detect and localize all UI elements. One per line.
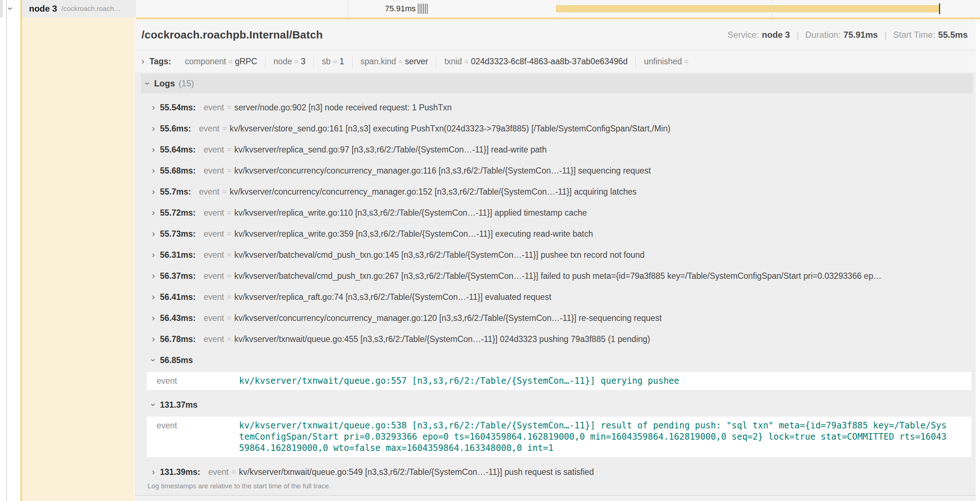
log-field-value: server/node.go:902 [n3] node received re… bbox=[234, 103, 452, 113]
log-field-name: event bbox=[204, 292, 224, 302]
duration-value: 75.91ms bbox=[844, 30, 878, 40]
log-field-name: event bbox=[204, 208, 224, 218]
span-log-marker bbox=[427, 4, 428, 14]
tag-equals-sign: = bbox=[333, 57, 337, 66]
tag-key: component bbox=[185, 57, 226, 66]
log-field-name: event bbox=[204, 145, 224, 155]
log-field-value: kv/kvserver/replica_write.go:110 [n3,s3,… bbox=[234, 208, 587, 218]
log-row[interactable]: › 55.72ms: event = kv/kvserver/replica_w… bbox=[141, 202, 973, 223]
chevron-right-icon: › bbox=[152, 229, 155, 239]
log-row[interactable]: › 56.43ms: event = kv/kvserver/concurren… bbox=[141, 308, 973, 329]
log-timestamp: 55.72ms: bbox=[160, 208, 196, 218]
log-timestamp: 56.43ms: bbox=[160, 313, 196, 323]
tag-value: 3 bbox=[301, 57, 306, 66]
span-row-collapse-icon[interactable]: › bbox=[5, 7, 16, 10]
log-field-value: kv/kvserver/replica_write.go:359 [n3,s3,… bbox=[234, 229, 593, 239]
log-equals-sign: = bbox=[227, 166, 231, 175]
chevron-down-icon: › bbox=[148, 359, 159, 362]
log-field-value: kv/kvserver/store_send.go:161 [n3,s3] ex… bbox=[229, 124, 670, 134]
span-meta: Service: node 3 | Duration: 75.91ms | St… bbox=[727, 30, 968, 40]
tag-item[interactable]: component=gRPC bbox=[177, 55, 265, 68]
logs-header[interactable]: › Logs (15) bbox=[141, 74, 973, 93]
tag-key: sb bbox=[322, 57, 331, 66]
chevron-right-icon: › bbox=[152, 271, 155, 281]
log-row[interactable]: › 131.39ms: event = kv/kvserver/txnwait/… bbox=[141, 461, 973, 478]
log-row[interactable]: › 55.68ms: event = kv/kvserver/concurren… bbox=[141, 160, 973, 181]
tag-item[interactable]: unfinished= bbox=[635, 55, 698, 68]
log-row[interactable]: › 55.54ms: event = server/node.go:902 [n… bbox=[141, 97, 973, 118]
chevron-right-icon: › bbox=[152, 187, 155, 197]
chevron-right-icon: › bbox=[142, 56, 144, 67]
expanded-row-name-column bbox=[22, 18, 135, 501]
log-row[interactable]: › 56.85ms bbox=[141, 349, 973, 371]
log-field-name: event bbox=[199, 124, 220, 134]
timeline-row[interactable]: 75.91ms bbox=[136, 0, 980, 18]
log-timestamp: 55.54ms: bbox=[160, 103, 196, 113]
chevron-down-icon: › bbox=[148, 403, 159, 406]
log-row[interactable]: › 56.41ms: event = kv/kvserver/replica_r… bbox=[141, 286, 973, 308]
logs-section: › Logs (15) › 55.54ms: event = server/no… bbox=[141, 74, 973, 495]
span-log-marker bbox=[418, 4, 418, 14]
log-field-name: event bbox=[204, 229, 224, 239]
log-equals-sign: = bbox=[227, 314, 231, 322]
tag-key: txnid bbox=[444, 57, 462, 66]
tag-key: span.kind bbox=[361, 57, 396, 66]
log-equals-sign: = bbox=[227, 103, 231, 112]
tag-equals-sign: = bbox=[294, 57, 299, 66]
span-log-marker bbox=[422, 4, 422, 14]
tag-equals-sign: = bbox=[228, 57, 232, 66]
chevron-right-icon: › bbox=[152, 313, 155, 323]
start-time-label: Start Time: bbox=[893, 30, 935, 40]
span-row-name-cell[interactable]: node 3 /cockroach.roach… bbox=[20, 0, 136, 18]
log-timestamp: 55.64ms: bbox=[160, 145, 196, 155]
log-row[interactable]: › 55.7ms: event = kv/kvserver/concurrenc… bbox=[141, 181, 973, 202]
log-field-value: kv/kvserver/txnwait/queue.go:557 [n3,s3,… bbox=[239, 375, 950, 387]
span-accent-bar bbox=[20, 0, 22, 501]
log-field-name: event bbox=[204, 313, 224, 323]
log-timestamp: 55.6ms: bbox=[160, 124, 191, 134]
duration-label: Duration: bbox=[805, 30, 840, 40]
log-row[interactable]: › 56.37ms: event = kv/kvserver/batcheval… bbox=[141, 265, 973, 286]
log-row[interactable]: › 56.31ms: event = kv/kvserver/batcheval… bbox=[141, 244, 973, 265]
log-timestamp: 55.73ms: bbox=[160, 229, 196, 239]
log-row[interactable]: › 55.73ms: event = kv/kvserver/replica_w… bbox=[141, 223, 973, 244]
log-row[interactable]: › 55.6ms: event = kv/kvserver/store_send… bbox=[141, 118, 973, 139]
span-bar[interactable] bbox=[556, 5, 940, 12]
tag-equals-sign: = bbox=[684, 57, 688, 66]
left-rail-block bbox=[0, 0, 3, 18]
service-label: Service: bbox=[727, 30, 759, 40]
tag-item[interactable]: node=3 bbox=[265, 55, 313, 68]
log-equals-sign: = bbox=[227, 145, 231, 154]
tag-item[interactable]: txnid=024d3323-6c8f-4863-aa8b-37ab0e6349… bbox=[436, 55, 635, 68]
tags-row[interactable]: › Tags: component=gRPCnode=3sb=1span.kin… bbox=[135, 51, 976, 72]
log-timestamp: 55.68ms: bbox=[160, 166, 196, 176]
span-log-marker bbox=[423, 4, 424, 14]
log-timestamp: 131.37ms bbox=[160, 400, 198, 410]
tag-key: node bbox=[274, 57, 292, 66]
log-equals-sign: = bbox=[232, 467, 236, 476]
tag-item[interactable]: span.kind=server bbox=[352, 55, 436, 68]
tag-item[interactable]: sb=1 bbox=[313, 55, 352, 68]
log-list: › 55.54ms: event = server/node.go:902 [n… bbox=[141, 93, 973, 478]
log-field-name: event bbox=[204, 166, 224, 176]
log-detail-table: event kv/kvserver/txnwait/queue.go:557 [… bbox=[146, 372, 972, 391]
chevron-right-icon: › bbox=[152, 292, 155, 302]
log-row[interactable]: › 56.78ms: event = kv/kvserver/txnwait/q… bbox=[141, 329, 973, 349]
log-field-name: event bbox=[204, 334, 224, 344]
start-time-value: 55.5ms bbox=[938, 30, 968, 40]
log-row[interactable]: › 131.37ms bbox=[141, 394, 973, 415]
log-entry-expanded: › 56.85ms event kv/kvserver/txnwait/queu… bbox=[141, 349, 973, 391]
logs-count: (15) bbox=[178, 78, 194, 89]
log-entry-expanded: › 131.37ms event kv/kvserver/txnwait/que… bbox=[141, 394, 973, 458]
log-field-value: kv/kvserver/concurrency/concurrency_mana… bbox=[234, 313, 662, 323]
below-panel-strip bbox=[135, 496, 976, 501]
span-operation-name: /cockroach.roach… bbox=[61, 5, 121, 13]
log-row[interactable]: › 55.64ms: event = kv/kvserver/replica_s… bbox=[141, 139, 973, 160]
log-timestamp: 56.41ms: bbox=[160, 292, 196, 302]
log-equals-sign: = bbox=[227, 271, 231, 280]
chevron-right-icon: › bbox=[152, 123, 155, 134]
tags-label: Tags: bbox=[150, 57, 171, 67]
log-field-value: kv/kvserver/concurrency/concurrency_mana… bbox=[229, 187, 636, 197]
log-field-name: event bbox=[199, 187, 220, 197]
log-equals-sign: = bbox=[222, 124, 227, 133]
